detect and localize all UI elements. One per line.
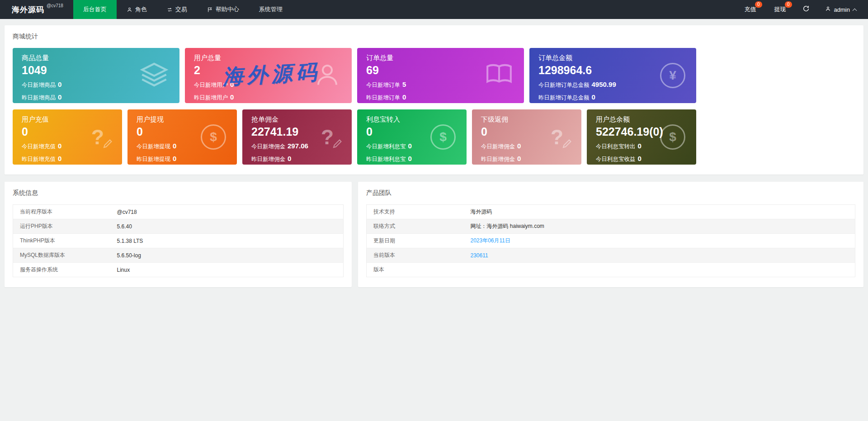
nav-item-trade[interactable]: 交易 bbox=[157, 0, 197, 19]
layers-icon bbox=[140, 60, 169, 91]
stats-row-2: 用户充值 0 今日新增充值0 昨日新增充值0 ? 用户提现 0 今日新增提现0 … bbox=[13, 109, 696, 165]
brand-name: 海外源码 bbox=[12, 5, 44, 15]
brand-tag: @cv718 bbox=[47, 3, 63, 8]
edit-question-icon: ? bbox=[91, 127, 111, 147]
stat-line-yesterday: 昨日新增佣金0 bbox=[251, 152, 344, 165]
person-icon bbox=[825, 6, 831, 13]
stat-title: 下级返佣 bbox=[481, 115, 573, 124]
info-value: @cv718 bbox=[110, 205, 344, 219]
info-label: 当前程序版本 bbox=[13, 205, 110, 219]
table-row: 当前程序版本 @cv718 bbox=[13, 205, 344, 219]
stat-line-yesterday: 昨日新增商品0 bbox=[22, 91, 171, 103]
stat-card-user-withdraw: 用户提现 0 今日新增提现0 昨日新增提现0 $ bbox=[127, 109, 237, 165]
info-label: 当前版本 bbox=[367, 248, 464, 263]
info-value: 海外源码 bbox=[464, 205, 855, 219]
system-info-title: 系统信息 bbox=[13, 189, 344, 197]
navbar-right: 充值 0 提现 0 admin bbox=[736, 0, 868, 19]
edit-question-icon: ? bbox=[321, 127, 341, 147]
table-row: 更新日期 2023年06月11日 bbox=[367, 234, 855, 248]
nav-item-label: 系统管理 bbox=[259, 5, 283, 14]
stat-line-yesterday: 昨日新增佣金0 bbox=[481, 152, 573, 165]
table-row: 版本 bbox=[367, 263, 855, 277]
chevron-up-icon bbox=[853, 8, 857, 13]
stat-card-sub-commission: 下级返佣 0 今日新增佣金0 昨日新增佣金0 ? bbox=[472, 109, 581, 165]
stat-title: 用户总余额 bbox=[596, 115, 688, 124]
table-row: 联络方式 网址：海外源码 haiwaiym.com bbox=[367, 219, 855, 234]
nav-item-label: 后台首页 bbox=[83, 5, 107, 14]
info-label: 更新日期 bbox=[367, 234, 464, 248]
top-navbar: 海外源码 @cv718 后台首页 角色 交易 帮助中心 系统管理 bbox=[0, 0, 868, 19]
stat-line-yesterday: 今日利息宝收益0 bbox=[596, 152, 688, 165]
stat-title: 用户提现 bbox=[137, 115, 229, 124]
book-icon bbox=[485, 61, 513, 90]
exchange-icon bbox=[167, 7, 173, 13]
info-label: 联络方式 bbox=[367, 219, 464, 234]
nav-item-system[interactable]: 系统管理 bbox=[249, 0, 292, 19]
stat-card-total-orders: 订单总量 69 今日新增订单5 昨日新增订单0 bbox=[357, 48, 524, 103]
info-label: 运行PHP版本 bbox=[13, 219, 110, 234]
brand-logo[interactable]: 海外源码 @cv718 bbox=[0, 0, 73, 19]
page-content: 商城统计 海外源码 商品总量 1049 今日新增商品0 昨日新增商品0 用户总量… bbox=[0, 19, 868, 287]
table-row: MySQL数据库版本 5.6.50-log bbox=[13, 248, 344, 263]
recharge-label: 充值 bbox=[745, 5, 756, 14]
withdraw-badge: 0 bbox=[785, 1, 792, 8]
nav-item-dashboard[interactable]: 后台首页 bbox=[73, 0, 117, 19]
stat-line-yesterday: 昨日新增订单总金额0 bbox=[538, 91, 688, 103]
yen-icon: ¥ bbox=[660, 63, 685, 88]
stat-line-yesterday: 昨日新增充值0 bbox=[22, 152, 114, 165]
table-row: 运行PHP版本 5.6.40 bbox=[13, 219, 344, 234]
withdraw-label: 提现 bbox=[774, 5, 786, 14]
username: admin bbox=[834, 6, 850, 13]
stat-line-yesterday: 昨日新增订单0 bbox=[366, 91, 516, 103]
nav-item-label: 交易 bbox=[175, 5, 187, 14]
current-version-link[interactable]: 230611 bbox=[471, 252, 488, 259]
table-row: 技术支持 海外源码 bbox=[367, 205, 855, 219]
bottom-panels: 系统信息 当前程序版本 @cv718 运行PHP版本 5.6.40 ThinkP… bbox=[5, 182, 863, 287]
system-info-panel: 系统信息 当前程序版本 @cv718 运行PHP版本 5.6.40 ThinkP… bbox=[5, 182, 352, 287]
refresh-button[interactable] bbox=[795, 0, 817, 19]
stat-card-total-products: 商品总量 1049 今日新增商品0 昨日新增商品0 bbox=[13, 48, 179, 103]
stat-title: 抢单佣金 bbox=[251, 115, 344, 124]
stats-panel-title: 商城统计 bbox=[13, 33, 855, 41]
withdraw-button[interactable]: 提现 0 bbox=[765, 0, 795, 19]
stats-panel: 商城统计 海外源码 商品总量 1049 今日新增商品0 昨日新增商品0 用户总量… bbox=[5, 25, 863, 175]
recharge-button[interactable]: 充值 0 bbox=[736, 0, 765, 19]
info-label: 技术支持 bbox=[367, 205, 464, 219]
update-date-link[interactable]: 2023年06月11日 bbox=[471, 237, 511, 244]
info-value: 5.6.50-log bbox=[110, 248, 344, 263]
info-label: MySQL数据库版本 bbox=[13, 248, 110, 263]
user-dropdown[interactable]: admin bbox=[817, 0, 868, 19]
team-info-table: 技术支持 海外源码 联络方式 网址：海外源码 haiwaiym.com 更新日期… bbox=[366, 204, 855, 277]
stat-card-interest-in: 利息宝转入 0 今日新增利息宝0 昨日新增利息宝0 $ bbox=[357, 109, 467, 165]
info-label: 版本 bbox=[367, 263, 464, 277]
nav-item-help-center[interactable]: 帮助中心 bbox=[197, 0, 249, 19]
nav-item-roles[interactable]: 角色 bbox=[117, 0, 157, 19]
dollar-icon: $ bbox=[201, 124, 226, 150]
info-value: Linux bbox=[110, 263, 344, 277]
dollar-icon: $ bbox=[660, 124, 685, 150]
table-row: 服务器操作系统 Linux bbox=[13, 263, 344, 277]
stat-line-yesterday: 昨日新增用户0 bbox=[194, 91, 344, 103]
team-info-title: 产品团队 bbox=[366, 189, 855, 197]
edit-question-icon: ? bbox=[551, 127, 571, 147]
person-icon bbox=[127, 7, 132, 13]
table-row: ThinkPHP版本 5.1.38 LTS bbox=[13, 234, 344, 248]
info-value bbox=[464, 263, 855, 277]
stat-title: 订单总金额 bbox=[538, 54, 688, 62]
table-row: 当前版本 230611 bbox=[367, 248, 855, 263]
flag-icon bbox=[207, 7, 213, 13]
recharge-badge: 0 bbox=[755, 1, 762, 8]
nav-item-label: 帮助中心 bbox=[216, 5, 239, 14]
main-menu: 后台首页 角色 交易 帮助中心 系统管理 bbox=[73, 0, 292, 19]
stat-card-total-order-amount: 订单总金额 1298964.6 今日新增订单总金额4950.99 昨日新增订单总… bbox=[529, 48, 696, 103]
info-label: 服务器操作系统 bbox=[13, 263, 110, 277]
stat-title: 利息宝转入 bbox=[366, 115, 458, 124]
stat-card-user-balance: 用户总余额 522746.19(0) 今日利息宝转出0 今日利息宝收益0 $ bbox=[587, 109, 696, 165]
stat-card-total-users: 用户总量 2 今日新增用户0 昨日新增用户0 bbox=[185, 48, 352, 103]
stats-row-1: 商品总量 1049 今日新增商品0 昨日新增商品0 用户总量 2 今日新增用户0… bbox=[13, 48, 696, 103]
stat-card-order-commission: 抢单佣金 22741.19 今日新增佣金297.06 昨日新增佣金0 ? bbox=[242, 109, 352, 165]
info-value: 5.1.38 LTS bbox=[110, 234, 344, 248]
stat-title: 用户充值 bbox=[22, 115, 114, 124]
info-label: ThinkPHP版本 bbox=[13, 234, 110, 248]
nav-item-label: 角色 bbox=[135, 5, 147, 14]
